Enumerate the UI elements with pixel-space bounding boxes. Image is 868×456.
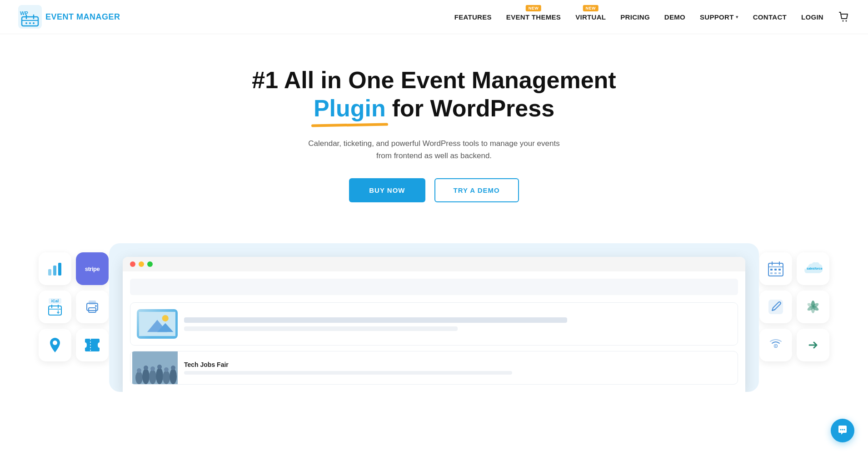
svg-point-22	[95, 305, 97, 307]
svg-point-10	[846, 20, 847, 22]
try-demo-button[interactable]: TRY A DEMO	[434, 178, 519, 202]
hero-plugin-word: Plugin	[314, 94, 386, 122]
nav-label-event-themes: EVENT THEMES	[506, 13, 561, 21]
svg-point-50	[163, 371, 170, 384]
svg-point-54	[150, 366, 155, 371]
nav-label-login: LOGIN	[801, 13, 823, 21]
hero-section: #1 All in One Event Management Plugin fo…	[0, 34, 868, 243]
nav-label-virtual: VIRTUAL	[575, 13, 606, 21]
event-card-1-info	[184, 317, 731, 331]
event-card-1-image	[137, 309, 178, 339]
nav-label-pricing: PRICING	[620, 13, 650, 21]
nav-item-features[interactable]: FEATURES	[454, 13, 492, 21]
svg-rect-12	[53, 266, 56, 276]
cart-icon[interactable]	[838, 11, 850, 23]
svg-rect-14	[49, 306, 61, 315]
svg-point-44	[162, 315, 169, 321]
svg-point-53	[144, 366, 148, 370]
svg-rect-34	[778, 272, 781, 274]
svg-point-9	[843, 20, 844, 22]
edit-icon-card	[759, 291, 792, 323]
svg-point-57	[171, 366, 175, 370]
event-card-1-subtitle-bar	[184, 326, 458, 331]
svg-point-49	[156, 368, 163, 384]
url-bar-mock	[130, 279, 738, 295]
svg-point-7	[29, 22, 31, 24]
svg-rect-20	[89, 301, 96, 305]
svg-point-47	[142, 369, 150, 384]
spinner-icon-card	[797, 291, 829, 323]
nav-item-contact[interactable]: CONTACT	[753, 13, 787, 21]
nav-label-contact: CONTACT	[753, 13, 787, 21]
svg-rect-30	[774, 269, 777, 271]
event-card-2-photo	[132, 351, 178, 384]
hero-title: #1 All in One Event Management Plugin fo…	[9, 66, 859, 123]
browser-mockup: Tech Jobs Fair	[123, 257, 745, 392]
nav-item-virtual[interactable]: NEW VIRTUAL	[575, 13, 606, 21]
svg-point-23	[53, 341, 57, 345]
logo-icon: WP	[18, 5, 42, 29]
event-card-2-info: Tech Jobs Fair	[178, 356, 738, 379]
svg-rect-31	[778, 269, 781, 271]
nav-item-pricing[interactable]: PRICING	[620, 13, 650, 21]
nav-label-features: FEATURES	[454, 13, 492, 21]
ical-icon-card: iCal	[39, 291, 71, 323]
salesforce-icon-card: salesforce	[797, 252, 829, 285]
svg-text:salesforce: salesforce	[807, 267, 823, 270]
browser-dot-red	[130, 261, 135, 267]
nav-badge-virtual: NEW	[583, 5, 599, 11]
event-card-2-title: Tech Jobs Fair	[184, 361, 731, 368]
nav-label-demo: DEMO	[664, 13, 685, 21]
nav-item-login[interactable]: LOGIN	[801, 13, 823, 21]
nav-label-support: SUPPORT	[700, 13, 734, 21]
svg-point-55	[157, 365, 162, 369]
browser-dot-green	[147, 261, 153, 267]
svg-point-52	[137, 368, 141, 373]
logo-text: EVENT MANAGER	[45, 12, 120, 22]
hero-title-rest: for WordPress	[392, 94, 554, 122]
hero-subtitle: Calendar, ticketing, and powerful WordPr…	[302, 137, 566, 162]
location-icon-card	[39, 329, 71, 361]
svg-rect-13	[58, 263, 61, 276]
calendar-grid-icon-card	[759, 252, 792, 285]
print-icon-card	[76, 291, 109, 323]
main-nav: FEATURES NEW EVENT THEMES NEW VIRTUAL PR…	[454, 11, 850, 23]
svg-rect-29	[770, 269, 773, 271]
nav-item-demo[interactable]: DEMO	[664, 13, 685, 21]
svg-point-56	[164, 367, 169, 372]
svg-point-8	[33, 22, 35, 24]
event-card-1-title-bar	[184, 317, 567, 323]
svg-rect-33	[774, 272, 777, 274]
svg-rect-11	[48, 269, 51, 276]
hero-buttons: BUY NOW TRY A DEMO	[9, 178, 859, 202]
svg-point-46	[135, 371, 143, 384]
ticket-icon-card	[76, 329, 109, 361]
arrow-right-icon-card	[797, 329, 829, 361]
event-card-1	[130, 302, 738, 346]
svg-point-6	[25, 22, 27, 24]
svg-point-51	[170, 369, 177, 384]
event-card-2-subtitle-bar	[184, 371, 512, 375]
dashboard-preview: Tech Jobs Fair	[109, 243, 759, 392]
nav-item-support[interactable]: SUPPORT ▾	[700, 13, 738, 21]
nav-item-event-themes[interactable]: NEW EVENT THEMES	[506, 13, 561, 21]
svg-rect-32	[770, 272, 773, 274]
header: WP EVENT MANAGER FEATURES NEW EVENT THEM…	[0, 0, 868, 34]
svg-rect-36	[768, 300, 783, 314]
browser-dot-yellow	[139, 261, 144, 267]
buy-now-button[interactable]: BUY NOW	[349, 178, 425, 202]
event-card-2: Tech Jobs Fair	[130, 351, 738, 385]
support-chevron-icon: ▾	[736, 14, 738, 20]
analytics-icon-card	[39, 252, 71, 285]
logo[interactable]: WP EVENT MANAGER	[18, 5, 120, 29]
svg-point-48	[149, 370, 156, 384]
left-floating-icons: stripe iCal	[39, 252, 109, 361]
nav-badge-event-themes: NEW	[526, 5, 542, 11]
stripe-label: stripe	[85, 266, 100, 272]
right-floating-icons: salesforce	[759, 252, 829, 361]
browser-bar	[123, 257, 745, 271]
hero-title-line1: #1 All in One Event Management	[9, 66, 859, 94]
browser-content: Tech Jobs Fair	[123, 271, 745, 392]
radio-icon-card	[759, 329, 792, 361]
stripe-icon-card: stripe	[76, 252, 109, 285]
